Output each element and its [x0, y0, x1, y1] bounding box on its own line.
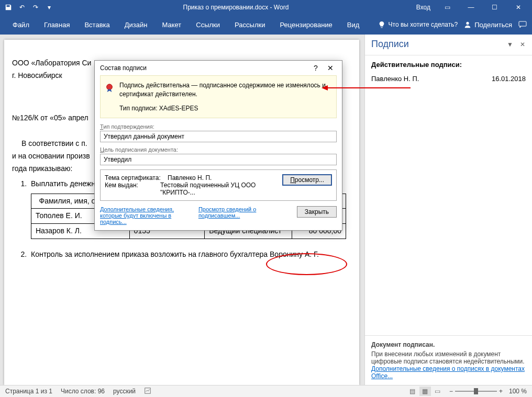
- save-icon[interactable]: [2, 1, 15, 14]
- zoom-in-icon[interactable]: +: [499, 388, 503, 395]
- purpose-label: Цель подписания документа:: [100, 146, 337, 153]
- tab-view[interactable]: Вид: [340, 15, 367, 35]
- undo-icon[interactable]: ↶: [16, 1, 28, 14]
- lightbulb-icon: [378, 21, 385, 28]
- svg-point-3: [107, 84, 113, 90]
- tab-mailings[interactable]: Рассылки: [227, 15, 272, 35]
- cert-issuer-label: Кем выдан:: [105, 182, 160, 196]
- ribbon-display-icon[interactable]: ▭: [436, 0, 459, 15]
- web-layout-icon[interactable]: ▭: [432, 387, 444, 396]
- signer-name: Павленко Н. П.: [371, 75, 419, 83]
- cert-subject-value: Павленко Н. П.: [168, 174, 212, 182]
- sig-pane-body: Действительные подписи: Павленко Н. П. 1…: [365, 55, 532, 335]
- dialog-titlebar: Состав подписи ? ✕: [95, 61, 342, 75]
- tab-layout[interactable]: Макет: [154, 15, 189, 35]
- login-link[interactable]: Вход: [416, 4, 430, 11]
- tab-file[interactable]: Файл: [5, 15, 37, 35]
- view-cert-button[interactable]: Просмотр...: [282, 174, 332, 186]
- close-icon[interactable]: ✕: [506, 0, 530, 15]
- rosette-icon: [105, 83, 114, 93]
- signature-details-dialog: Состав подписи ? ✕ Подпись действительна…: [94, 60, 342, 231]
- additional-info-link[interactable]: Дополнительные сведения, которые будут в…: [100, 206, 184, 225]
- pane-close-icon[interactable]: ✕: [518, 41, 527, 48]
- quick-access-toolbar: ↶ ↷ ▾: [2, 1, 56, 14]
- sig-pane-title: Подписи: [371, 39, 502, 50]
- minimize-icon[interactable]: —: [459, 0, 483, 15]
- share-button[interactable]: Поделиться: [464, 21, 512, 29]
- tab-review[interactable]: Рецензирование: [272, 15, 339, 35]
- print-layout-icon[interactable]: ▦: [419, 387, 431, 396]
- doc-signed-text: При внесении любых изменений в документ …: [371, 350, 526, 365]
- zoom-out-icon[interactable]: −: [449, 388, 453, 395]
- signature-date: 16.01.2018: [492, 75, 526, 83]
- signature-entry[interactable]: Павленко Н. П. 16.01.2018: [371, 74, 526, 84]
- dialog-close-icon[interactable]: ✕: [323, 64, 338, 72]
- sig-pane-header: Подписи ▼ ✕: [365, 35, 532, 55]
- signer-details-link[interactable]: Просмотр сведений о подписавшем...: [198, 206, 282, 219]
- valid-signatures-label: Действительные подписи:: [371, 61, 526, 69]
- zoom-slider[interactable]: [455, 391, 497, 392]
- signature-type-text: Тип подписи: XAdES-EPES: [119, 104, 331, 113]
- svg-point-0: [467, 22, 469, 25]
- cert-issuer-value: Тестовый подчиненный УЦ ООО "КРИПТО-...: [160, 182, 277, 196]
- ribbon: Файл Главная Вставка Дизайн Макет Ссылки…: [0, 15, 532, 35]
- status-page[interactable]: Страница 1 из 1: [5, 388, 52, 395]
- titlebar: ↶ ↷ ▾ Приказ о премировании.docx - Word …: [0, 0, 532, 15]
- signature-status-text: Подпись действительна — подписанное соде…: [119, 81, 331, 99]
- signature-status-icon[interactable]: [144, 387, 151, 396]
- dialog-title: Состав подписи: [100, 64, 308, 72]
- tab-references[interactable]: Ссылки: [189, 15, 227, 35]
- pane-menu-icon[interactable]: ▼: [506, 41, 514, 48]
- person-icon: [464, 21, 471, 28]
- tab-insert[interactable]: Вставка: [77, 15, 117, 35]
- zoom-level[interactable]: 100 %: [509, 388, 527, 395]
- zoom-control: − + 100 %: [449, 388, 527, 395]
- window-title: Приказ о премировании.docx - Word: [56, 4, 416, 11]
- close-button[interactable]: Закрыть: [297, 206, 337, 218]
- redo-icon[interactable]: ↷: [29, 1, 42, 14]
- signature-info-box: Подпись действительна — подписанное соде…: [100, 75, 337, 118]
- read-mode-icon[interactable]: ▤: [407, 387, 418, 396]
- doc-signed-label: Документ подписан.: [371, 341, 526, 348]
- sig-pane-footer: Документ подписан. При внесении любых из…: [365, 335, 532, 385]
- svg-rect-1: [519, 21, 526, 26]
- purpose-input[interactable]: Утвердил: [100, 154, 337, 165]
- conf-type-label: Тип подтверждения:: [100, 123, 337, 130]
- certificate-box: Тема сертификата: Павленко Н. П. Кем выд…: [100, 169, 337, 201]
- status-words[interactable]: Число слов: 96: [61, 388, 105, 395]
- qat-dropdown-icon[interactable]: ▾: [43, 1, 56, 14]
- tab-design[interactable]: Дизайн: [117, 15, 155, 35]
- doc-item2: Контроль за исполнением приказа возложит…: [29, 249, 346, 260]
- statusbar: Страница 1 из 1 Число слов: 96 русский ▤…: [0, 385, 532, 397]
- status-language[interactable]: русский: [113, 388, 136, 395]
- tab-home[interactable]: Главная: [37, 15, 77, 35]
- cert-subject-label: Тема сертификата:: [105, 174, 168, 182]
- conf-type-input[interactable]: Утвердил данный документ: [100, 131, 337, 142]
- maximize-icon[interactable]: ☐: [483, 0, 506, 15]
- signatures-pane: Подписи ▼ ✕ Действительные подписи: Павл…: [364, 35, 532, 385]
- office-signatures-link[interactable]: Дополнительные сведения о подписях в док…: [371, 365, 525, 380]
- tell-me-search[interactable]: Что вы хотите сделать?: [378, 21, 458, 28]
- window-controls: ▭ — ☐ ✕: [436, 0, 530, 15]
- dialog-help-icon[interactable]: ?: [308, 64, 323, 72]
- comments-icon[interactable]: [518, 20, 527, 29]
